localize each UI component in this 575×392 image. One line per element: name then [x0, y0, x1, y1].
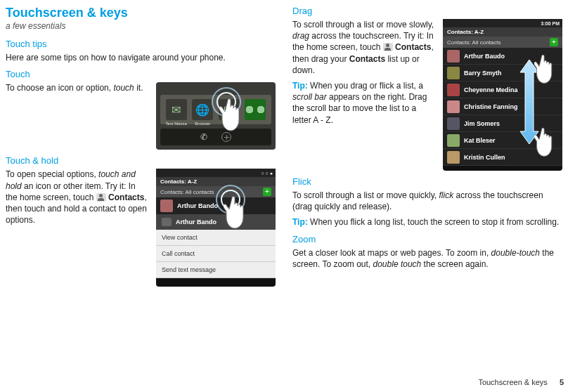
- drag-tip: Tip: When you drag or flick a list, a sc…: [292, 80, 436, 126]
- touch-body: To choose an icon or option, touch it.: [6, 82, 149, 93]
- flick-body: To scroll through a list or move quickly…: [292, 190, 562, 212]
- heading-drag: Drag: [292, 6, 562, 16]
- hand-icon: [534, 51, 567, 86]
- avatar: [447, 67, 460, 79]
- touch-hold-body: To open special options, touch and hold …: [6, 169, 149, 226]
- app-text-messaging: ✉Text Messa: [166, 99, 187, 120]
- status-bar: 3:00 PM: [443, 19, 562, 27]
- avatar: [160, 200, 173, 212]
- zoom-body: Get a closer look at maps or web pages. …: [292, 247, 562, 270]
- hand-icon: [221, 96, 263, 138]
- heading-zoom: Zoom: [292, 234, 562, 244]
- avatar: [447, 151, 460, 164]
- contacts-icon: [162, 218, 172, 226]
- avatar: [447, 84, 460, 96]
- phone-icon: ✆: [200, 132, 207, 142]
- heading-touch-hold: Touch & hold: [6, 155, 276, 166]
- avatar: [447, 50, 460, 63]
- avatar: [447, 100, 460, 113]
- page-title: Touchscreen & keys: [6, 6, 276, 20]
- app-browser: 🌐Browser: [192, 99, 213, 120]
- drag-body: To scroll through a list or move slowly,…: [292, 19, 436, 76]
- illustration-drag: 3:00 PM Contacts: A-Z Contacts: All cont…: [443, 19, 562, 171]
- contacts-icon: [383, 43, 393, 51]
- heading-touch-tips: Touch tips: [6, 39, 276, 49]
- page-subtitle: a few essentials: [6, 20, 276, 32]
- footer-section: Touchscreen & keys: [478, 378, 547, 386]
- heading-touch: Touch: [6, 69, 276, 79]
- illustration-touch: ✉Text Messa 🌐Browser 🛍 ⏺⏺ ✆: [156, 82, 276, 150]
- contacts-header: Contacts: A-Z: [443, 27, 562, 37]
- touch-tips-intro: Here are some tips on how to navigate ar…: [6, 52, 276, 63]
- status-bar: ○ ○ ●: [156, 169, 276, 177]
- menu-item: Send text message: [156, 262, 276, 278]
- hand-icon: [225, 194, 267, 236]
- avatar: [447, 134, 460, 147]
- contact-row: Christine Fanning: [443, 98, 562, 115]
- contacts-header: Contacts: A-Z: [156, 177, 276, 186]
- menu-item: Call contact: [156, 246, 276, 262]
- illustration-touch-hold: ○ ○ ● Contacts: A-Z Contacts: All contac…: [156, 169, 276, 287]
- contacts-subheader: Contacts: All contacts+: [443, 37, 562, 48]
- avatar: [447, 117, 460, 130]
- add-contact-icon: +: [550, 38, 558, 46]
- page-footer: Touchscreen & keys 5: [478, 378, 564, 386]
- heading-flick: Flick: [292, 176, 562, 187]
- contacts-icon: [96, 193, 106, 202]
- flick-tip: Tip: When you flick a long list, touch t…: [292, 216, 562, 228]
- footer-page-number: 5: [560, 378, 564, 386]
- hand-icon: [534, 124, 567, 159]
